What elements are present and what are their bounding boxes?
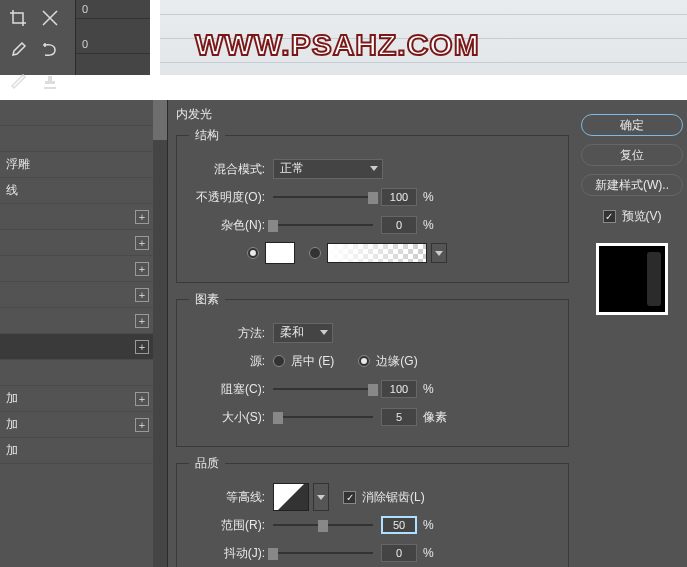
color-swatch[interactable]: [265, 242, 295, 264]
structure-group: 结构 混合模式: 正常 不透明度(O): % 杂色(N): %: [176, 127, 569, 283]
quality-legend: 品质: [189, 455, 225, 472]
choke-slider[interactable]: [273, 384, 373, 394]
range-slider[interactable]: [273, 520, 373, 530]
gap: [0, 75, 687, 100]
elements-legend: 图素: [189, 291, 225, 308]
choke-input[interactable]: [381, 380, 417, 398]
style-row-emboss[interactable]: 浮雕: [0, 152, 167, 178]
options-bar: 0 0: [75, 0, 150, 75]
style-row[interactable]: +: [0, 256, 167, 282]
scrollbar[interactable]: [153, 100, 167, 567]
size-slider[interactable]: [273, 412, 373, 422]
source-label: 源:: [189, 353, 265, 370]
blend-mode-select[interactable]: 正常: [273, 159, 383, 179]
source-center-label: 居中 (E): [291, 353, 334, 370]
percent-label: %: [423, 190, 434, 204]
gradient-preview[interactable]: [327, 243, 427, 263]
opacity-input[interactable]: [381, 188, 417, 206]
style-row[interactable]: [0, 100, 167, 126]
style-row[interactable]: +: [0, 230, 167, 256]
blend-mode-label: 混合模式:: [189, 161, 265, 178]
action-column: 确定 复位 新建样式(W).. 预览(V): [577, 100, 687, 567]
tool-palette: [0, 0, 75, 75]
choke-label: 阻塞(C):: [189, 381, 265, 398]
cancel-button[interactable]: 复位: [581, 144, 683, 166]
opt-value-1[interactable]: 0: [76, 0, 150, 19]
eyedropper-tool[interactable]: [3, 35, 33, 65]
color-radio[interactable]: [247, 247, 259, 259]
style-row[interactable]: +: [0, 282, 167, 308]
range-input[interactable]: [381, 516, 417, 534]
canvas-area: WWW.PSAHZ.COM: [160, 0, 687, 75]
percent-label: %: [423, 382, 434, 396]
style-row-line[interactable]: 线: [0, 178, 167, 204]
preview-thumbnail: [596, 243, 668, 315]
style-row[interactable]: 加+: [0, 386, 167, 412]
noise-input[interactable]: [381, 216, 417, 234]
chevron-down-icon: [370, 166, 378, 171]
scroll-thumb[interactable]: [153, 100, 167, 140]
gradient-dropdown[interactable]: [431, 243, 447, 263]
brush-tool[interactable]: [3, 67, 33, 97]
add-icon[interactable]: +: [135, 210, 149, 224]
gradient-radio[interactable]: [309, 247, 321, 259]
style-row[interactable]: [0, 126, 167, 152]
noise-slider[interactable]: [273, 220, 373, 230]
percent-label: %: [423, 518, 434, 532]
preview-checkbox[interactable]: [603, 210, 616, 223]
preview-label: 预览(V): [622, 208, 662, 225]
opacity-label: 不透明度(O):: [189, 189, 265, 206]
ok-button[interactable]: 确定: [581, 114, 683, 136]
panel-title: 内发光: [176, 106, 569, 123]
new-style-button[interactable]: 新建样式(W)..: [581, 174, 683, 196]
contour-picker[interactable]: [273, 483, 309, 511]
crop-tool[interactable]: [3, 3, 33, 33]
percent-label: %: [423, 218, 434, 232]
add-icon[interactable]: +: [135, 262, 149, 276]
add-icon[interactable]: +: [135, 236, 149, 250]
add-icon[interactable]: +: [135, 392, 149, 406]
add-icon[interactable]: +: [135, 288, 149, 302]
opt-value-2[interactable]: 0: [76, 35, 150, 54]
style-row[interactable]: 加: [0, 438, 167, 464]
add-icon[interactable]: +: [135, 340, 149, 354]
watermark-text: WWW.PSAHZ.COM: [195, 28, 480, 62]
style-row[interactable]: +: [0, 204, 167, 230]
elements-group: 图素 方法: 柔和 源: 居中 (E) 边缘(G) 阻塞(C): % 大小(S)…: [176, 291, 569, 447]
chevron-down-icon: [320, 330, 328, 335]
style-row[interactable]: +: [0, 308, 167, 334]
jitter-input[interactable]: [381, 544, 417, 562]
source-center-radio[interactable]: [273, 355, 285, 367]
structure-legend: 结构: [189, 127, 225, 144]
source-edge-label: 边缘(G): [376, 353, 417, 370]
layer-style-dialog: 浮雕 线 + + + + + + 加+ 加+ 加 内发光 结构 混合模式: 正常…: [0, 100, 687, 567]
method-label: 方法:: [189, 325, 265, 342]
chevron-down-icon: [317, 495, 325, 500]
style-row-selected[interactable]: +: [0, 334, 167, 360]
noise-label: 杂色(N):: [189, 217, 265, 234]
top-area: 0 0 WWW.PSAHZ.COM: [0, 0, 687, 75]
source-edge-radio[interactable]: [358, 355, 370, 367]
jitter-label: 抖动(J):: [189, 545, 265, 562]
add-icon[interactable]: +: [135, 418, 149, 432]
styles-list: 浮雕 线 + + + + + + 加+ 加+ 加: [0, 100, 168, 567]
patch-tool[interactable]: [35, 35, 65, 65]
jitter-slider[interactable]: [273, 548, 373, 558]
settings-panel: 内发光 结构 混合模式: 正常 不透明度(O): % 杂色(N): %: [168, 100, 577, 567]
opacity-slider[interactable]: [273, 192, 373, 202]
size-input[interactable]: [381, 408, 417, 426]
stamp-tool[interactable]: [35, 67, 65, 97]
range-label: 范围(R):: [189, 517, 265, 534]
antialias-checkbox[interactable]: [343, 491, 356, 504]
size-unit-label: 像素: [423, 409, 447, 426]
slice-tool[interactable]: [35, 3, 65, 33]
size-label: 大小(S):: [189, 409, 265, 426]
contour-label: 等高线:: [189, 489, 265, 506]
contour-dropdown[interactable]: [313, 483, 329, 511]
quality-group: 品质 等高线: 消除锯齿(L) 范围(R): % 抖动(J): %: [176, 455, 569, 567]
style-row[interactable]: [0, 360, 167, 386]
preview-toggle[interactable]: 预览(V): [581, 208, 683, 225]
style-row[interactable]: 加+: [0, 412, 167, 438]
method-select[interactable]: 柔和: [273, 323, 333, 343]
add-icon[interactable]: +: [135, 314, 149, 328]
